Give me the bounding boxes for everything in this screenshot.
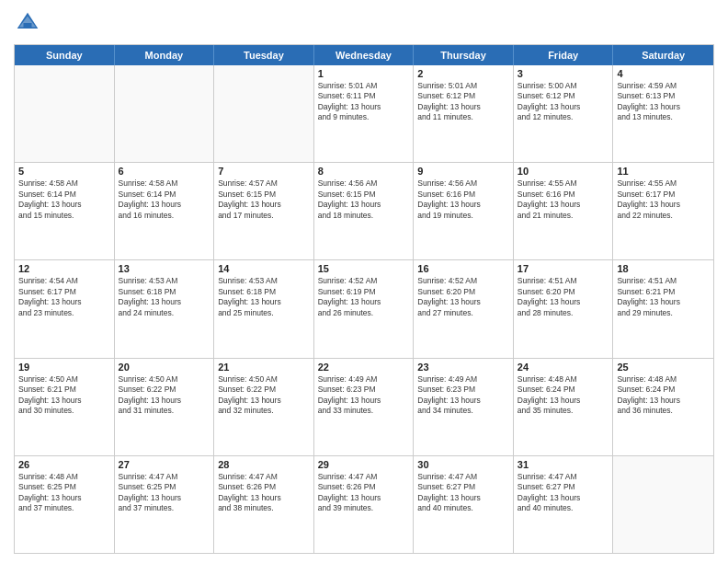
calendar-cell-20: 20Sunrise: 4:50 AM Sunset: 6:22 PM Dayli… — [115, 359, 215, 455]
day-info: Sunrise: 4:50 AM Sunset: 6:22 PM Dayligh… — [218, 374, 310, 417]
calendar-cell-12: 12Sunrise: 4:54 AM Sunset: 6:17 PM Dayli… — [15, 260, 115, 357]
day-number: 6 — [119, 166, 210, 177]
logo-icon — [14, 9, 41, 37]
day-number: 18 — [617, 263, 710, 274]
day-number: 31 — [518, 459, 609, 470]
day-number: 26 — [18, 459, 110, 470]
calendar-cell-17: 17Sunrise: 4:51 AM Sunset: 6:20 PM Dayli… — [514, 260, 614, 357]
day-info: Sunrise: 4:52 AM Sunset: 6:19 PM Dayligh… — [318, 276, 410, 318]
day-number: 3 — [518, 68, 609, 79]
day-number: 17 — [518, 263, 609, 274]
calendar-cell-16: 16Sunrise: 4:52 AM Sunset: 6:20 PM Dayli… — [414, 260, 514, 357]
day-number: 15 — [318, 263, 410, 274]
day-info: Sunrise: 4:53 AM Sunset: 6:18 PM Dayligh… — [218, 276, 310, 318]
calendar-cell-empty — [15, 65, 115, 162]
calendar-cell-27: 27Sunrise: 4:47 AM Sunset: 6:25 PM Dayli… — [115, 456, 215, 553]
calendar-cell-6: 6Sunrise: 4:58 AM Sunset: 6:14 PM Daylig… — [115, 163, 215, 259]
day-info: Sunrise: 5:01 AM Sunset: 6:11 PM Dayligh… — [318, 81, 410, 123]
svg-rect-2 — [24, 23, 32, 29]
calendar-cell-28: 28Sunrise: 4:47 AM Sunset: 6:26 PM Dayli… — [214, 456, 314, 553]
calendar-cell-18: 18Sunrise: 4:51 AM Sunset: 6:21 PM Dayli… — [613, 260, 713, 357]
calendar-cell-13: 13Sunrise: 4:53 AM Sunset: 6:18 PM Dayli… — [115, 260, 215, 357]
day-info: Sunrise: 4:55 AM Sunset: 6:16 PM Dayligh… — [518, 178, 609, 221]
day-number: 5 — [18, 166, 110, 177]
day-number: 24 — [518, 362, 609, 373]
day-number: 10 — [518, 166, 609, 177]
calendar-body: 1Sunrise: 5:01 AM Sunset: 6:11 PM Daylig… — [15, 65, 713, 553]
day-info: Sunrise: 4:56 AM Sunset: 6:16 PM Dayligh… — [417, 178, 509, 221]
day-info: Sunrise: 4:57 AM Sunset: 6:15 PM Dayligh… — [218, 178, 310, 221]
calendar-cell-25: 25Sunrise: 4:48 AM Sunset: 6:24 PM Dayli… — [613, 359, 713, 455]
calendar-cell-23: 23Sunrise: 4:49 AM Sunset: 6:23 PM Dayli… — [414, 359, 514, 455]
day-info: Sunrise: 4:50 AM Sunset: 6:21 PM Dayligh… — [18, 374, 110, 417]
page: SundayMondayTuesdayWednesdayThursdayFrid… — [0, 0, 728, 563]
calendar-cell-14: 14Sunrise: 4:53 AM Sunset: 6:18 PM Dayli… — [214, 260, 314, 357]
day-number: 11 — [617, 166, 710, 177]
day-number: 27 — [119, 459, 210, 470]
day-info: Sunrise: 4:48 AM Sunset: 6:25 PM Dayligh… — [18, 472, 110, 514]
day-number: 19 — [18, 362, 110, 373]
day-number: 16 — [417, 263, 509, 274]
calendar-cell-19: 19Sunrise: 4:50 AM Sunset: 6:21 PM Dayli… — [15, 359, 115, 455]
day-info: Sunrise: 4:49 AM Sunset: 6:23 PM Dayligh… — [318, 374, 410, 417]
calendar-cell-21: 21Sunrise: 4:50 AM Sunset: 6:22 PM Dayli… — [214, 359, 314, 455]
calendar-cell-4: 4Sunrise: 4:59 AM Sunset: 6:13 PM Daylig… — [613, 65, 713, 162]
header-cell-sunday: Sunday — [15, 45, 115, 65]
header-cell-friday: Friday — [514, 45, 614, 65]
day-info: Sunrise: 5:00 AM Sunset: 6:12 PM Dayligh… — [518, 81, 609, 123]
calendar-row-2: 5Sunrise: 4:58 AM Sunset: 6:14 PM Daylig… — [15, 162, 713, 259]
day-number: 22 — [318, 362, 410, 373]
header-cell-monday: Monday — [115, 45, 215, 65]
calendar-cell-11: 11Sunrise: 4:55 AM Sunset: 6:17 PM Dayli… — [613, 163, 713, 259]
day-number: 25 — [617, 362, 710, 373]
calendar-row-5: 26Sunrise: 4:48 AM Sunset: 6:25 PM Dayli… — [15, 455, 713, 553]
header-cell-tuesday: Tuesday — [214, 45, 314, 65]
day-number: 8 — [318, 166, 410, 177]
calendar-cell-15: 15Sunrise: 4:52 AM Sunset: 6:19 PM Dayli… — [314, 260, 415, 357]
day-number: 2 — [417, 68, 509, 79]
calendar-cell-29: 29Sunrise: 4:47 AM Sunset: 6:26 PM Dayli… — [314, 456, 415, 553]
day-info: Sunrise: 4:51 AM Sunset: 6:21 PM Dayligh… — [617, 276, 710, 318]
calendar-cell-8: 8Sunrise: 4:56 AM Sunset: 6:15 PM Daylig… — [314, 163, 415, 259]
day-info: Sunrise: 4:55 AM Sunset: 6:17 PM Dayligh… — [617, 178, 710, 221]
day-info: Sunrise: 4:48 AM Sunset: 6:24 PM Dayligh… — [617, 374, 710, 417]
logo — [14, 9, 45, 37]
day-info: Sunrise: 4:47 AM Sunset: 6:25 PM Dayligh… — [119, 472, 210, 514]
day-number: 7 — [218, 166, 310, 177]
calendar-cell-22: 22Sunrise: 4:49 AM Sunset: 6:23 PM Dayli… — [314, 359, 415, 455]
calendar-cell-3: 3Sunrise: 5:00 AM Sunset: 6:12 PM Daylig… — [514, 65, 614, 162]
calendar-cell-empty — [115, 65, 215, 162]
day-number: 13 — [119, 263, 210, 274]
calendar-cell-30: 30Sunrise: 4:47 AM Sunset: 6:27 PM Dayli… — [414, 456, 514, 553]
calendar-header: SundayMondayTuesdayWednesdayThursdayFrid… — [15, 45, 713, 65]
calendar-cell-5: 5Sunrise: 4:58 AM Sunset: 6:14 PM Daylig… — [15, 163, 115, 259]
calendar: SundayMondayTuesdayWednesdayThursdayFrid… — [14, 44, 714, 554]
calendar-cell-31: 31Sunrise: 4:47 AM Sunset: 6:27 PM Dayli… — [514, 456, 614, 553]
day-number: 21 — [218, 362, 310, 373]
day-info: Sunrise: 4:51 AM Sunset: 6:20 PM Dayligh… — [518, 276, 609, 318]
day-number: 9 — [417, 166, 509, 177]
day-number: 1 — [318, 68, 410, 79]
day-number: 14 — [218, 263, 310, 274]
calendar-row-3: 12Sunrise: 4:54 AM Sunset: 6:17 PM Dayli… — [15, 259, 713, 357]
day-number: 29 — [318, 459, 410, 470]
day-info: Sunrise: 4:49 AM Sunset: 6:23 PM Dayligh… — [417, 374, 509, 417]
calendar-cell-10: 10Sunrise: 4:55 AM Sunset: 6:16 PM Dayli… — [514, 163, 614, 259]
header-cell-wednesday: Wednesday — [314, 45, 415, 65]
day-number: 30 — [417, 459, 509, 470]
day-number: 20 — [119, 362, 210, 373]
header-cell-thursday: Thursday — [414, 45, 514, 65]
calendar-row-4: 19Sunrise: 4:50 AM Sunset: 6:21 PM Dayli… — [15, 358, 713, 455]
day-info: Sunrise: 4:58 AM Sunset: 6:14 PM Dayligh… — [119, 178, 210, 221]
day-info: Sunrise: 4:53 AM Sunset: 6:18 PM Dayligh… — [119, 276, 210, 318]
header — [14, 9, 714, 37]
day-info: Sunrise: 4:48 AM Sunset: 6:24 PM Dayligh… — [518, 374, 609, 417]
calendar-cell-empty — [613, 456, 713, 553]
day-number: 28 — [218, 459, 310, 470]
day-info: Sunrise: 4:58 AM Sunset: 6:14 PM Dayligh… — [18, 178, 110, 221]
calendar-cell-9: 9Sunrise: 4:56 AM Sunset: 6:16 PM Daylig… — [414, 163, 514, 259]
day-info: Sunrise: 4:47 AM Sunset: 6:26 PM Dayligh… — [318, 472, 410, 514]
day-info: Sunrise: 4:47 AM Sunset: 6:27 PM Dayligh… — [417, 472, 509, 514]
day-info: Sunrise: 4:52 AM Sunset: 6:20 PM Dayligh… — [417, 276, 509, 318]
day-info: Sunrise: 5:01 AM Sunset: 6:12 PM Dayligh… — [417, 81, 509, 123]
